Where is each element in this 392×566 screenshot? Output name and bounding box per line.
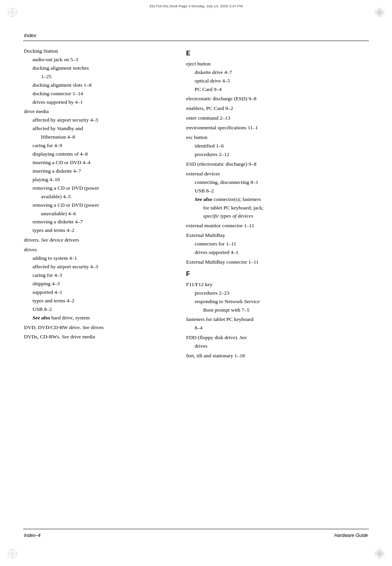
- list-item: External MultiBay connector 1–11: [186, 258, 368, 266]
- header-title: Index: [24, 33, 36, 38]
- list-item: inserting a diskette 4–7: [24, 167, 175, 175]
- corner-mark-top-left: [7, 7, 18, 18]
- list-item: displaying contents of 4–8: [24, 150, 175, 158]
- list-item: enablers, PC Card 9–2: [186, 105, 368, 113]
- list-item: connectors for 1–11: [186, 240, 368, 248]
- list-item: environmental specifications 11–1: [186, 124, 368, 132]
- list-item: USB 8–2: [24, 305, 175, 314]
- corner-mark-bottom-left: [7, 548, 18, 559]
- list-item: responding to Network Service: [186, 298, 368, 306]
- column-right: E eject button diskette drive 4–7 optica…: [182, 46, 368, 527]
- list-item: connecting, disconnecting 8–1: [186, 178, 368, 187]
- list-item: feet, tilt and stationary 1–18: [186, 352, 368, 360]
- list-item: identified 1–6: [186, 142, 368, 150]
- list-item: available) 4–5: [24, 193, 175, 201]
- list-item: Hibernation 4–8: [24, 133, 175, 141]
- list-item: External MultiBay: [186, 232, 368, 240]
- footer-rule: [23, 529, 369, 529]
- list-item: FDD (floppy disk drive). See: [186, 334, 368, 342]
- list-item: USB 8–2: [186, 187, 368, 195]
- list-item: for tablet PC keyboard; jack;: [186, 204, 368, 212]
- list-item: diskette drive 4–7: [186, 69, 368, 77]
- list-item: audio-out jack on 5–3: [24, 56, 175, 64]
- list-item: eject button: [186, 60, 368, 68]
- list-item: removing a CD or DVD (power: [24, 201, 175, 209]
- page-container: 331734-001.book Page 4 Monday, July 14, …: [0, 0, 392, 566]
- list-item: specific types of devices: [186, 212, 368, 220]
- list-item: unavailable) 4–6: [24, 210, 175, 218]
- list-item: adding to system 4–1: [24, 254, 175, 262]
- list-item: removing a CD or DVD (power: [24, 184, 175, 192]
- footer-right: Hardware Guide: [334, 533, 368, 538]
- section-letter-f: F: [186, 269, 368, 279]
- list-item: affected by airport security 4–3: [24, 263, 175, 271]
- list-item: supported 4–1: [24, 288, 175, 297]
- list-item: electrostatic discharge (ESD) 9–8: [186, 95, 368, 103]
- list-item: external devices: [186, 170, 368, 178]
- list-item: removing a diskette 4–7: [24, 218, 175, 226]
- list-item: drive media: [24, 108, 175, 116]
- content-area: Docking Station audio-out jack on 5–3 do…: [24, 46, 368, 527]
- list-item: types and terms 4–2: [24, 226, 175, 235]
- list-item: drivers. See device drivers: [24, 236, 175, 244]
- list-item: optical drive 4–5: [186, 77, 368, 85]
- list-item: PC Card 9–4: [186, 86, 368, 94]
- list-item: caring for 4–9: [24, 142, 175, 150]
- list-item: shipping 4–3: [24, 280, 175, 288]
- list-item: playing 4–10: [24, 176, 175, 184]
- list-item: Docking Station: [24, 47, 175, 55]
- list-item: caring for 4–3: [24, 271, 175, 280]
- list-item: affected by Standby and: [24, 125, 175, 133]
- corner-mark-top-right: [374, 7, 385, 18]
- header-rule: [23, 41, 369, 41]
- list-item: See also hard drive, system: [24, 314, 175, 322]
- list-item: ESD (electrostatic discharge) 9–8: [186, 160, 368, 168]
- list-item: enter command 2–13: [186, 114, 368, 122]
- list-item: affected by airport security 4–3: [24, 116, 175, 124]
- list-item: docking alignment notches: [24, 64, 175, 72]
- list-item: 1–25: [24, 73, 175, 81]
- list-item: docking alignment slots 1–8: [24, 81, 175, 89]
- section-letter-e: E: [186, 49, 368, 58]
- list-item: fasteners for tablet PC keyboard: [186, 316, 368, 324]
- list-item: types and terms 4–2: [24, 297, 175, 305]
- list-item: procedures 2–23: [186, 289, 368, 297]
- list-item: esc button: [186, 134, 368, 142]
- list-item: F11/F12 key: [186, 281, 368, 289]
- list-item: drives: [186, 342, 368, 350]
- print-info: 331734-001.book Page 4 Monday, July 14, …: [149, 4, 243, 8]
- list-item: docking connector 1–14: [24, 90, 175, 98]
- list-item: drives supported by 4–1: [24, 98, 175, 106]
- list-item: inserting a CD or DVD 4–4: [24, 159, 175, 167]
- footer-left: Index–4: [24, 533, 41, 538]
- list-item: Boot prompt with 7–5: [186, 306, 368, 314]
- corner-mark-bottom-right: [374, 548, 385, 559]
- list-item: DVDs, CD-RWs. See drive media: [24, 333, 175, 341]
- list-item: 8–4: [186, 324, 368, 332]
- list-item: See also connector(s); fasteners: [186, 196, 368, 204]
- list-item: DVD, DVD/CD-RW drive. See drives: [24, 324, 175, 332]
- list-item: external monitor connector 1–11: [186, 222, 368, 230]
- list-item: drives: [24, 246, 175, 254]
- column-left: Docking Station audio-out jack on 5–3 do…: [24, 46, 182, 527]
- list-item: procedures 2–12: [186, 151, 368, 159]
- list-item: drives supported 4–1: [186, 249, 368, 257]
